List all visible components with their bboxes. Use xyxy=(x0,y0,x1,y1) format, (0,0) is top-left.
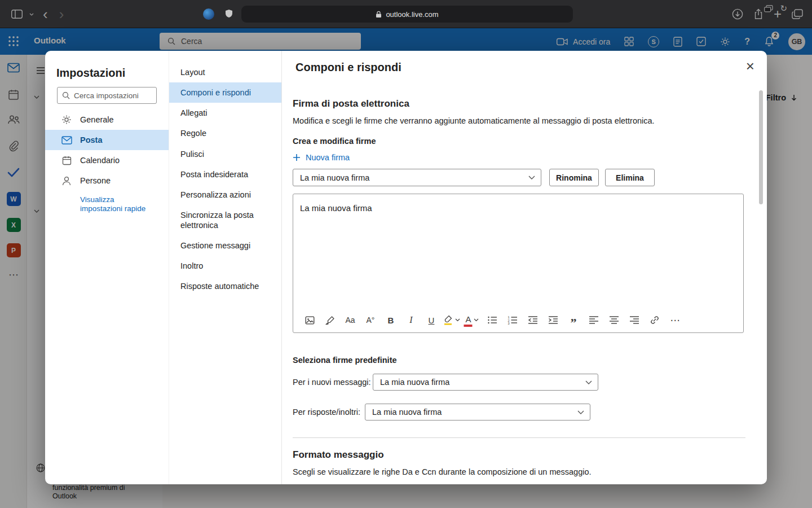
italic-icon[interactable]: I xyxy=(403,312,420,328)
settings-category-posta[interactable]: Posta xyxy=(45,130,169,150)
rename-button[interactable]: Rinomina xyxy=(549,169,599,186)
new-messages-value: La mia nuova firma xyxy=(380,378,449,387)
format-description: Scegli se visualizzare le righe Da e Ccn… xyxy=(293,467,747,476)
bold-icon[interactable]: B xyxy=(382,312,399,328)
highlight-color-icon[interactable] xyxy=(443,312,460,328)
new-messages-label: Per i nuovi messaggi: xyxy=(293,378,373,387)
chevron-down-icon xyxy=(528,176,535,179)
section-layout[interactable]: Layout xyxy=(169,62,281,82)
settings-categories: Generale Posta Calendario xyxy=(45,110,169,191)
tab-overview-icon[interactable] xyxy=(792,9,803,19)
settings-title: Impostazioni xyxy=(56,67,169,81)
lock-icon xyxy=(376,11,382,18)
more-formatting-icon[interactable]: ⋯ xyxy=(667,312,683,328)
category-label: Persone xyxy=(80,176,111,185)
signature-description: Modifica e scegli le firme che verranno … xyxy=(293,116,747,125)
chevron-down-icon xyxy=(577,410,584,414)
chevron-down-icon[interactable] xyxy=(29,13,34,16)
default-signatures-heading: Seleziona firme predefinite xyxy=(293,356,747,365)
replies-value: La mia nuova firma xyxy=(372,408,442,417)
new-tab-button[interactable]: + xyxy=(774,7,782,21)
section-pulisci[interactable]: Pulisci xyxy=(169,144,281,164)
svg-text:3: 3 xyxy=(508,322,510,325)
address-bar[interactable]: outlook.live.com xyxy=(241,6,573,23)
format-painter-icon[interactable] xyxy=(321,312,338,328)
replies-select[interactable]: La mia nuova firma xyxy=(365,404,590,421)
section-allegati[interactable]: Allegati xyxy=(169,103,281,123)
mail-icon xyxy=(61,136,72,144)
settings-category-persone[interactable]: Persone xyxy=(45,170,169,191)
section-sincronizza-posta[interactable]: Sincronizza la posta elettronica xyxy=(169,205,281,235)
indent-icon[interactable] xyxy=(545,312,562,328)
search-icon xyxy=(62,91,70,99)
new-signature-button[interactable]: Nuova firma xyxy=(293,153,350,162)
align-center-icon[interactable] xyxy=(606,312,623,328)
section-gestione-messaggi[interactable]: Gestione messaggi xyxy=(169,235,281,256)
section-regole[interactable]: Regole xyxy=(169,123,281,143)
numbered-list-icon[interactable]: 123 xyxy=(504,312,521,328)
category-label: Calendario xyxy=(80,156,120,165)
link-icon[interactable] xyxy=(646,312,663,328)
settings-content: Componi e rispondi × Firma di posta elet… xyxy=(282,51,767,484)
person-icon xyxy=(61,176,72,186)
section-inoltro[interactable]: Inoltro xyxy=(169,256,281,276)
settings-search-input[interactable] xyxy=(74,91,152,100)
category-label: Generale xyxy=(80,115,114,124)
new-messages-select[interactable]: La mia nuova firma xyxy=(373,374,598,391)
align-right-icon[interactable] xyxy=(626,312,643,328)
settings-category-calendario[interactable]: Calendario xyxy=(45,150,169,170)
downloads-icon[interactable] xyxy=(732,8,743,20)
insert-image-icon[interactable] xyxy=(301,312,318,328)
section-personalizza-azioni[interactable]: Personalizza azioni xyxy=(169,185,281,205)
signature-heading: Firma di posta elettronica xyxy=(293,98,747,110)
format-heading: Formato messaggio xyxy=(293,449,747,461)
quote-icon[interactable]: ” xyxy=(565,312,582,328)
share-icon[interactable] xyxy=(753,8,764,20)
settings-dialog: Impostazioni Generale xyxy=(45,51,767,484)
url-text: outlook.live.com xyxy=(386,10,438,19)
outdent-icon[interactable] xyxy=(524,312,541,328)
section-risposte-automatiche[interactable]: Risposte automatiche xyxy=(169,276,281,296)
align-left-icon[interactable] xyxy=(585,312,602,328)
chevron-down-icon xyxy=(585,380,592,384)
back-button[interactable]: ‹ xyxy=(41,7,50,21)
create-signatures-heading: Crea e modifica firme xyxy=(293,137,747,146)
quick-settings-link[interactable]: Visualizza impostazioni rapide xyxy=(80,195,155,213)
settings-category-generale[interactable]: Generale xyxy=(45,110,169,130)
shield-icon[interactable] xyxy=(225,9,233,18)
settings-sections: Layout Componi e rispondi Allegati Regol… xyxy=(169,51,282,484)
close-icon[interactable]: × xyxy=(746,59,754,73)
browser-chrome: ‹ › outlook.live.com ↻ + xyxy=(0,0,812,28)
new-signature-label: Nuova firma xyxy=(306,153,350,162)
underline-icon[interactable]: U xyxy=(423,312,440,328)
panel-title: Componi e rispondi xyxy=(295,61,401,74)
editor-toolbar: Aa A° B I U A xyxy=(301,312,687,328)
section-divider xyxy=(293,437,745,438)
gear-icon xyxy=(61,115,72,125)
category-label: Posta xyxy=(80,135,103,144)
font-size-icon[interactable]: A° xyxy=(362,312,379,328)
signature-select-value: La mia nuova firma xyxy=(300,173,369,182)
signature-select[interactable]: La mia nuova firma xyxy=(293,169,541,186)
replies-label: Per risposte/inoltri: xyxy=(293,408,365,417)
signature-editor-text[interactable]: La mia nuova firma xyxy=(293,194,743,222)
delete-button[interactable]: Elimina xyxy=(605,169,655,186)
screen: ‹ › outlook.live.com ↻ + xyxy=(0,0,812,508)
settings-search[interactable] xyxy=(57,87,157,104)
calendar-icon xyxy=(61,156,72,165)
signature-editor[interactable]: La mia nuova firma Aa A° B I U xyxy=(293,194,744,333)
section-componi-e-rispondi[interactable]: Componi e rispondi xyxy=(169,82,281,103)
extension-icon[interactable] xyxy=(203,8,214,20)
settings-sidebar: Impostazioni Generale xyxy=(45,51,169,484)
section-posta-indesiderata[interactable]: Posta indesiderata xyxy=(169,164,281,185)
sidebar-toggle-icon[interactable] xyxy=(11,10,23,19)
forward-button[interactable]: › xyxy=(57,7,67,21)
font-icon[interactable]: Aa xyxy=(342,312,359,328)
bullet-list-icon[interactable] xyxy=(484,312,501,328)
plus-icon xyxy=(293,154,301,161)
font-color-icon[interactable]: A xyxy=(464,312,480,328)
scrollbar[interactable] xyxy=(759,90,763,204)
